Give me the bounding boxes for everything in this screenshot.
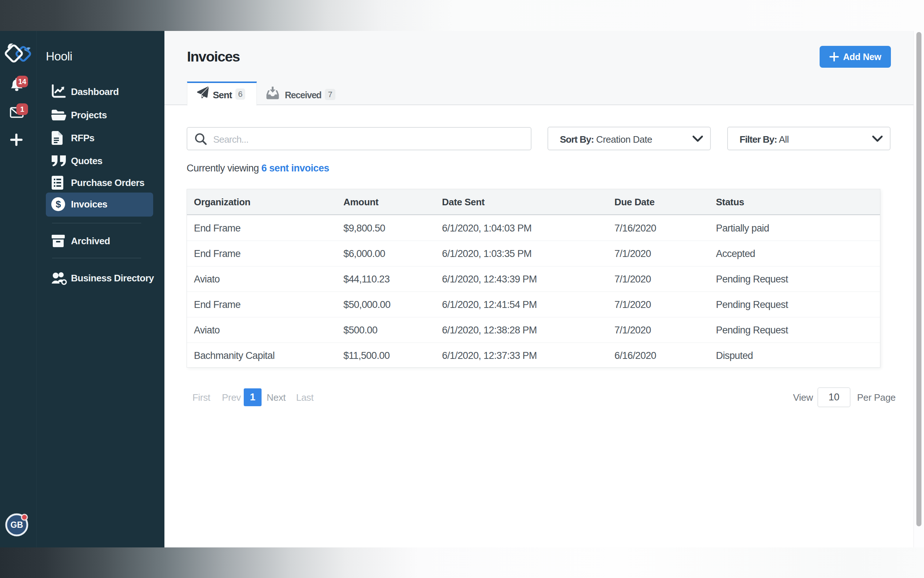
svg-text:$: $ <box>56 199 61 209</box>
svg-text:GB: GB <box>11 520 23 529</box>
